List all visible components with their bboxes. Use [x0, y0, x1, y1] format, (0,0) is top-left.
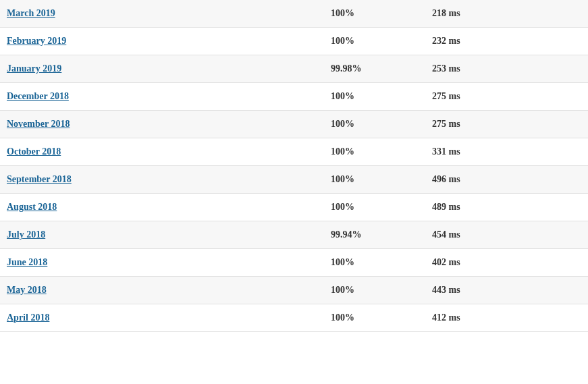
response-value: 496 ms	[432, 174, 460, 184]
table-row: August 2018100%489 ms	[0, 194, 588, 221]
month-column: December 2018	[7, 91, 331, 102]
month-column: June 2018	[7, 257, 331, 268]
month-column: November 2018	[7, 119, 331, 130]
uptime-value: 100%	[331, 36, 354, 46]
uptime-value: 99.98%	[331, 63, 362, 74]
uptime-value: 100%	[331, 202, 354, 212]
uptime-column: 100%	[331, 312, 432, 323]
uptime-column: 99.98%	[331, 63, 432, 74]
response-column: 496 ms	[432, 174, 533, 185]
response-column: 454 ms	[432, 229, 533, 240]
month-column: March 2019	[7, 8, 331, 19]
month-link[interactable]: September 2018	[7, 174, 72, 184]
month-link[interactable]: July 2018	[7, 229, 45, 240]
uptime-value: 99.94%	[331, 229, 362, 240]
response-column: 253 ms	[432, 63, 533, 74]
uptime-value: 100%	[331, 312, 354, 323]
response-value: 275 ms	[432, 119, 460, 129]
month-link[interactable]: January 2019	[7, 63, 61, 74]
response-column: 412 ms	[432, 312, 533, 323]
month-column: August 2018	[7, 202, 331, 213]
month-link[interactable]: May 2018	[7, 285, 47, 295]
response-column: 331 ms	[432, 146, 533, 157]
response-value: 454 ms	[432, 229, 460, 240]
uptime-value: 100%	[331, 146, 354, 157]
month-column: February 2019	[7, 36, 331, 47]
month-column: April 2018	[7, 312, 331, 323]
table-row: May 2018100%443 ms	[0, 277, 588, 304]
uptime-column: 100%	[331, 202, 432, 213]
table-row: June 2018100%402 ms	[0, 249, 588, 277]
month-column: January 2019	[7, 63, 331, 74]
month-link[interactable]: April 2018	[7, 312, 49, 323]
uptime-column: 100%	[331, 146, 432, 157]
month-column: October 2018	[7, 146, 331, 157]
response-column: 489 ms	[432, 202, 533, 213]
table-row: September 2018100%496 ms	[0, 166, 588, 194]
month-link[interactable]: December 2018	[7, 91, 69, 101]
response-value: 232 ms	[432, 36, 460, 46]
uptime-column: 100%	[331, 8, 432, 19]
response-value: 275 ms	[432, 91, 460, 101]
table-row: November 2018100%275 ms	[0, 111, 588, 138]
uptime-value: 100%	[331, 91, 354, 101]
response-column: 443 ms	[432, 285, 533, 296]
uptime-value: 100%	[331, 119, 354, 129]
uptime-column: 100%	[331, 257, 432, 268]
uptime-column: 100%	[331, 285, 432, 296]
uptime-value: 100%	[331, 285, 354, 295]
table-row: October 2018100%331 ms	[0, 138, 588, 166]
response-value: 412 ms	[432, 312, 460, 323]
uptime-column: 100%	[331, 119, 432, 130]
table-row: December 2018100%275 ms	[0, 83, 588, 111]
month-link[interactable]: August 2018	[7, 202, 57, 212]
table-row: February 2019100%232 ms	[0, 28, 588, 55]
month-column: July 2018	[7, 229, 331, 240]
uptime-value: 100%	[331, 257, 354, 267]
uptime-value: 100%	[331, 174, 354, 184]
month-column: September 2018	[7, 174, 331, 185]
uptime-value: 100%	[331, 8, 354, 18]
response-column: 275 ms	[432, 91, 533, 102]
table-row: April 2018100%412 ms	[0, 304, 588, 332]
uptime-column: 99.94%	[331, 229, 432, 240]
uptime-column: 100%	[331, 36, 432, 47]
uptime-table: March 2019100%218 msFebruary 2019100%232…	[0, 0, 588, 332]
table-row: January 201999.98%253 ms	[0, 55, 588, 83]
response-value: 331 ms	[432, 146, 460, 157]
table-row: March 2019100%218 ms	[0, 0, 588, 28]
response-value: 253 ms	[432, 63, 460, 74]
response-value: 402 ms	[432, 257, 460, 267]
month-link[interactable]: March 2019	[7, 8, 55, 18]
month-link[interactable]: June 2018	[7, 257, 47, 267]
response-value: 489 ms	[432, 202, 460, 212]
response-column: 232 ms	[432, 36, 533, 47]
month-link[interactable]: October 2018	[7, 146, 61, 157]
response-column: 218 ms	[432, 8, 533, 19]
month-link[interactable]: February 2019	[7, 36, 66, 46]
response-value: 218 ms	[432, 8, 460, 18]
month-link[interactable]: November 2018	[7, 119, 70, 129]
response-value: 443 ms	[432, 285, 460, 295]
uptime-column: 100%	[331, 91, 432, 102]
response-column: 275 ms	[432, 119, 533, 130]
table-row: July 201899.94%454 ms	[0, 221, 588, 249]
month-column: May 2018	[7, 285, 331, 296]
uptime-column: 100%	[331, 174, 432, 185]
response-column: 402 ms	[432, 257, 533, 268]
